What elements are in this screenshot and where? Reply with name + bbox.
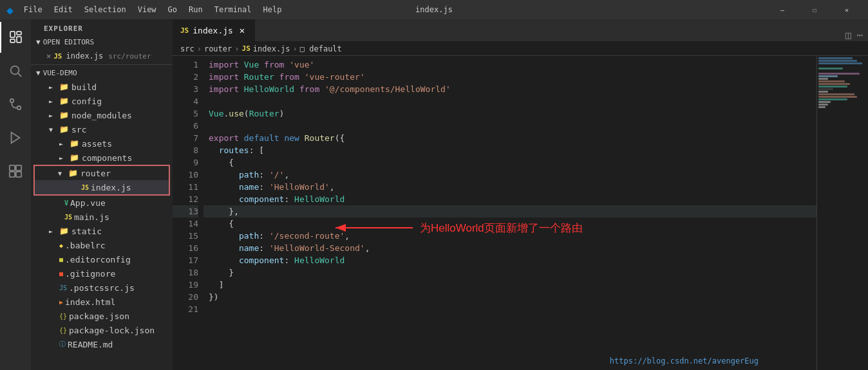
file-package-json[interactable]: {} package.json: [31, 309, 173, 323]
menu-file[interactable]: File: [19, 4, 48, 15]
code-line-18: }: [203, 266, 816, 279]
file-app-vue[interactable]: V App.vue: [31, 196, 173, 210]
folder-build-label: build: [71, 82, 97, 92]
tab-js-icon: JS: [180, 26, 189, 35]
vue-demo-section[interactable]: ▼ VUE-DEMO: [31, 66, 173, 80]
minimap-line: [818, 60, 857, 62]
minimize-button[interactable]: ―: [768, 0, 797, 19]
tab-indexjs[interactable]: JS index.js ✕: [173, 19, 255, 41]
breadcrumb-indexjs[interactable]: index.js: [253, 44, 290, 53]
open-editor-indexjs[interactable]: ✕ JS index.js src/router: [31, 49, 173, 63]
code-line-17: component: HelloWorld: [203, 254, 816, 266]
breadcrumb-router[interactable]: router: [204, 44, 232, 53]
breadcrumb-default[interactable]: □ default: [300, 44, 342, 53]
breadcrumb-sep1: ›: [197, 44, 202, 53]
chevron-down-icon-router: ▼: [58, 170, 68, 177]
chevron-right-icon: ►: [59, 140, 70, 147]
chevron-right-icon: ►: [49, 228, 59, 235]
folder-icon: 📁: [59, 111, 69, 120]
menu-view[interactable]: View: [133, 4, 162, 15]
minimap-line: [818, 106, 826, 108]
explorer-header: EXPLORER: [31, 19, 173, 35]
minimap-line: [818, 75, 838, 77]
file-package-lock-json[interactable]: {} package-lock.json: [31, 323, 173, 337]
activity-debug-icon[interactable]: [0, 122, 31, 153]
file-gitignore-label: .gitignore: [65, 269, 115, 279]
folder-static[interactable]: ► 📁 static: [31, 224, 173, 238]
tab-bar: JS index.js ✕ ◫ ⋯: [173, 19, 868, 42]
menu-run[interactable]: Run: [184, 4, 208, 15]
file-postcssrc[interactable]: JS .postcssrc.js: [31, 281, 173, 295]
menu-go[interactable]: Go: [163, 4, 182, 15]
file-editorconfig[interactable]: ■ .editorconfig: [31, 252, 173, 266]
file-main-js[interactable]: JS main.js: [31, 210, 173, 224]
file-readme[interactable]: ⓘ README.md: [31, 337, 173, 351]
code-line-5: Vue.use(Router): [203, 107, 816, 120]
open-editors-label: OPEN EDITORS: [43, 38, 94, 46]
file-postcssrc-label: .postcssrc.js: [69, 283, 135, 293]
folder-router-label: router: [80, 169, 111, 178]
code-line-12: component: HelloWorld: [203, 193, 816, 205]
breadcrumb-js-icon: JS: [242, 44, 250, 53]
code-line-1: import Vue from 'vue': [203, 59, 816, 71]
project-label: VUE-DEMO: [43, 69, 77, 77]
vue-icon: V: [64, 199, 68, 207]
menu-edit[interactable]: Edit: [49, 4, 78, 15]
folder-icon: 📁: [59, 125, 69, 134]
editor-actions: ◫ ⋯: [845, 29, 868, 41]
code-line-10: path: '/',: [203, 169, 816, 181]
minimap[interactable]: [816, 56, 868, 370]
chevron-down-icon-project: ▼: [36, 69, 41, 77]
menu-selection[interactable]: Selection: [79, 4, 131, 15]
folder-router[interactable]: ▼ 📁 router: [35, 166, 169, 180]
minimap-line: [818, 78, 828, 80]
menu-terminal[interactable]: Terminal: [209, 4, 257, 15]
svg-rect-2: [17, 37, 21, 42]
file-indexjs-label: index.js: [91, 183, 131, 192]
breadcrumb-src[interactable]: src: [180, 44, 194, 53]
folder-node-modules[interactable]: ► 📁 node_modules: [31, 108, 173, 122]
minimap-line: [818, 98, 847, 100]
activity-search-icon[interactable]: [0, 55, 31, 86]
close-button[interactable]: ✕: [832, 0, 862, 19]
file-packagelockjson-label: package-lock.json: [69, 326, 155, 335]
maximize-button[interactable]: ☐: [800, 0, 829, 19]
split-editor-icon[interactable]: ◫: [845, 29, 852, 41]
activity-extensions-icon[interactable]: [0, 156, 31, 187]
file-index-js[interactable]: JS index.js: [35, 180, 169, 194]
code-line-7: export default new Router({: [203, 132, 816, 144]
close-editor-icon[interactable]: ✕: [46, 51, 51, 60]
folder-build[interactable]: ► 📁 build: [31, 80, 173, 94]
tab-close-icon[interactable]: ✕: [237, 25, 247, 35]
code-line-21: [203, 303, 816, 315]
chevron-right-icon: ►: [49, 112, 59, 119]
folder-config[interactable]: ► 📁 config: [31, 94, 173, 108]
code-line-20: }): [203, 291, 816, 303]
activity-bar: [0, 19, 31, 370]
divider: [31, 64, 173, 65]
open-editors-section[interactable]: ▼ OPEN EDITORS: [31, 35, 173, 49]
file-babelrc[interactable]: ◆ .babelrc: [31, 238, 173, 252]
file-babelrc-label: .babelrc: [65, 241, 106, 250]
menu-help[interactable]: Help: [258, 4, 287, 15]
svg-point-6: [10, 99, 14, 103]
chevron-right-icon: ►: [49, 84, 59, 91]
svg-rect-1: [17, 32, 21, 35]
tab-label: index.js: [193, 26, 233, 35]
file-index-html[interactable]: ▶ index.html: [31, 295, 173, 309]
code-editor[interactable]: 1 2 3 4 5 6 7 8 9 10 11 12 13 14 15 16 1…: [173, 56, 868, 370]
menu-bar: File Edit Selection View Go Run Terminal…: [19, 4, 287, 15]
more-actions-icon[interactable]: ⋯: [856, 29, 863, 41]
sidebar: EXPLORER ▼ OPEN EDITORS ✕ JS index.js sr…: [31, 19, 173, 370]
code-lines[interactable]: import Vue from 'vue' import Router from…: [203, 56, 816, 370]
folder-components[interactable]: ► 📁 components: [31, 151, 173, 165]
folder-node-modules-label: node_modules: [71, 111, 132, 120]
activity-explorer-icon[interactable]: [0, 22, 31, 53]
title-left: ◆ File Edit Selection View Go Run Termin…: [6, 3, 287, 17]
folder-src[interactable]: ▼ 📁 src: [31, 122, 173, 136]
folder-assets[interactable]: ► 📁 assets: [31, 136, 173, 151]
file-gitignore[interactable]: ■ .gitignore: [31, 266, 173, 281]
activity-source-control-icon[interactable]: [0, 89, 31, 120]
folder-icon: 📁: [70, 139, 79, 148]
html-icon: ▶: [59, 299, 63, 306]
